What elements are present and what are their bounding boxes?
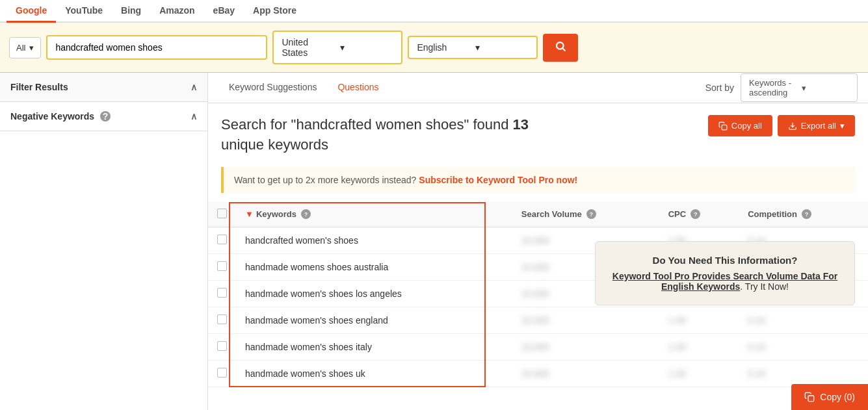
copy-all-button[interactable]: Copy all bbox=[708, 115, 772, 136]
row-checkbox-cell bbox=[208, 253, 236, 280]
tab-google[interactable]: Google bbox=[7, 0, 56, 23]
table-row: handmade women's shoes italy 10,000 1.00… bbox=[208, 333, 868, 360]
table-header-row: ▼ Keywords ? Search Volume ? bbox=[208, 202, 868, 227]
row-checkbox[interactable] bbox=[217, 288, 227, 298]
filter-results-header[interactable]: Filter Results ∧ bbox=[0, 73, 207, 102]
row-checkbox[interactable] bbox=[217, 341, 227, 351]
export-chevron: ▾ bbox=[840, 121, 845, 131]
svg-line-1 bbox=[563, 48, 565, 50]
table-wrapper: ▼ Keywords ? Search Volume ? bbox=[208, 202, 868, 387]
row-checkbox[interactable] bbox=[217, 368, 227, 378]
row-checkbox-cell bbox=[208, 280, 236, 307]
results-title: Search for "handcrafted women shoes" fou… bbox=[221, 115, 529, 155]
keyword-cell: handmade women's shoes los angeles bbox=[236, 280, 512, 307]
competition-cell: 0.10 bbox=[739, 360, 868, 387]
keyword-cell: handmade women's shoes italy bbox=[236, 333, 512, 360]
keyword-cell: handmade women's shoes england bbox=[236, 307, 512, 333]
col-competition-label: Competition bbox=[748, 209, 797, 219]
keyword-cell: handmade womens shoes australia bbox=[236, 253, 512, 280]
results-actions: Copy all Export all ▾ bbox=[708, 115, 855, 136]
row-checkbox[interactable] bbox=[217, 235, 227, 244]
volume-cell: 10,000 bbox=[512, 360, 659, 387]
tab-ebay[interactable]: eBay bbox=[204, 0, 244, 23]
popup-link[interactable]: Keyword Tool Pro Provides Search Volume … bbox=[612, 271, 837, 292]
header-checkbox[interactable] bbox=[217, 209, 227, 218]
sort-dropdown[interactable]: Keywords - ascending ▾ bbox=[741, 73, 858, 102]
row-checkbox-cell bbox=[208, 307, 236, 333]
header-checkbox-col bbox=[208, 202, 236, 227]
pro-banner-text: Want to get up to 2x more keywords inste… bbox=[234, 175, 419, 185]
search-icon bbox=[555, 40, 566, 52]
header-competition: Competition ? bbox=[739, 202, 868, 227]
row-checkbox[interactable] bbox=[217, 261, 227, 271]
copy-icon bbox=[718, 122, 728, 131]
all-select-chevron: ▾ bbox=[29, 43, 34, 53]
sort-area: Sort by Keywords - ascending ▾ bbox=[705, 73, 858, 102]
language-dropdown[interactable]: English ▾ bbox=[408, 36, 538, 59]
competition-cell: 0.10 bbox=[739, 307, 868, 333]
search-input[interactable] bbox=[46, 35, 267, 60]
table-row: handmade women's shoes england 10,000 1.… bbox=[208, 307, 868, 333]
volume-info-icon[interactable]: ? bbox=[586, 209, 596, 219]
search-button[interactable] bbox=[543, 34, 578, 62]
tab-questions[interactable]: Questions bbox=[327, 73, 389, 103]
tab-amazon[interactable]: Amazon bbox=[150, 0, 204, 23]
filter-results-label: Filter Results bbox=[10, 82, 68, 92]
header-keywords: ▼ Keywords ? bbox=[236, 202, 512, 227]
keywords-info-icon[interactable]: ? bbox=[301, 209, 311, 219]
top-navigation: Google YouTube Bing Amazon eBay App Stor… bbox=[0, 0, 868, 23]
popup-body: Keyword Tool Pro Provides Search Volume … bbox=[610, 271, 840, 292]
sort-chevron: ▾ bbox=[802, 83, 849, 93]
col-keywords-label: Keywords bbox=[256, 209, 296, 219]
table-row: handmade women's shoes uk 10,000 1.00 0.… bbox=[208, 360, 868, 387]
tab-keyword-suggestions[interactable]: Keyword Suggestions bbox=[218, 73, 327, 103]
competition-info-icon[interactable]: ? bbox=[802, 209, 811, 219]
negative-keywords-chevron: ∧ bbox=[191, 111, 197, 122]
row-checkbox-cell bbox=[208, 333, 236, 360]
export-all-button[interactable]: Export all ▾ bbox=[778, 115, 855, 136]
col-cpc-label: CPC bbox=[668, 209, 686, 219]
keyword-cell: handmade women's shoes uk bbox=[236, 360, 512, 387]
sort-label: Sort by bbox=[705, 83, 734, 93]
content-tabs-left: Keyword Suggestions Questions bbox=[218, 73, 389, 103]
sidebar: Filter Results ∧ Negative Keywords ? ∧ bbox=[0, 73, 208, 410]
col-volume-label: Search Volume bbox=[521, 209, 582, 219]
search-bar: All ▾ United States ▾ English ▾ bbox=[0, 23, 868, 73]
row-checkbox-cell bbox=[208, 227, 236, 253]
sort-value: Keywords - ascending bbox=[749, 78, 796, 97]
negative-keywords-label: Negative Keywords ? bbox=[10, 111, 111, 122]
copy-float-label: Copy (0) bbox=[820, 392, 855, 402]
competition-cell: 0.10 bbox=[739, 333, 868, 360]
filter-chevron: ∧ bbox=[191, 82, 197, 92]
row-checkbox[interactable] bbox=[217, 314, 227, 324]
country-label: United States bbox=[282, 37, 335, 58]
language-label: English bbox=[417, 42, 470, 53]
cpc-info-icon[interactable]: ? bbox=[690, 209, 700, 219]
all-select[interactable]: All ▾ bbox=[9, 37, 41, 58]
results-count: 13 bbox=[513, 116, 529, 133]
cpc-cell: 1.00 bbox=[659, 333, 739, 360]
negative-keywords-help-icon[interactable]: ? bbox=[100, 111, 111, 122]
tab-bing[interactable]: Bing bbox=[112, 0, 150, 23]
export-all-label: Export all bbox=[801, 121, 836, 131]
tab-youtube[interactable]: YouTube bbox=[56, 0, 112, 23]
negative-keywords-header[interactable]: Negative Keywords ? ∧ bbox=[0, 102, 207, 131]
cpc-cell: 1.00 bbox=[659, 307, 739, 333]
svg-rect-4 bbox=[808, 396, 814, 402]
results-header: Search for "handcrafted women shoes" fou… bbox=[208, 103, 868, 162]
language-chevron: ▾ bbox=[475, 42, 529, 53]
content-area: Keyword Suggestions Questions Sort by Ke… bbox=[208, 73, 868, 410]
main-layout: Filter Results ∧ Negative Keywords ? ∧ K… bbox=[0, 73, 868, 410]
results-prefix: Search for "handcrafted women shoes" fou… bbox=[221, 116, 513, 133]
country-dropdown[interactable]: United States ▾ bbox=[272, 31, 402, 64]
pro-banner: Want to get up to 2x more keywords inste… bbox=[221, 167, 855, 193]
copy-float-button[interactable]: Copy (0) bbox=[791, 384, 868, 410]
svg-rect-2 bbox=[722, 125, 727, 130]
tab-appstore[interactable]: App Store bbox=[244, 0, 306, 23]
volume-cell: 10,000 bbox=[512, 333, 659, 360]
country-chevron: ▾ bbox=[340, 42, 393, 53]
export-icon bbox=[788, 122, 797, 131]
keyword-cell: handcrafted women's shoes bbox=[236, 227, 512, 253]
header-search-volume: Search Volume ? bbox=[512, 202, 659, 227]
pro-banner-link[interactable]: Subscribe to Keyword Tool Pro now! bbox=[419, 175, 577, 185]
